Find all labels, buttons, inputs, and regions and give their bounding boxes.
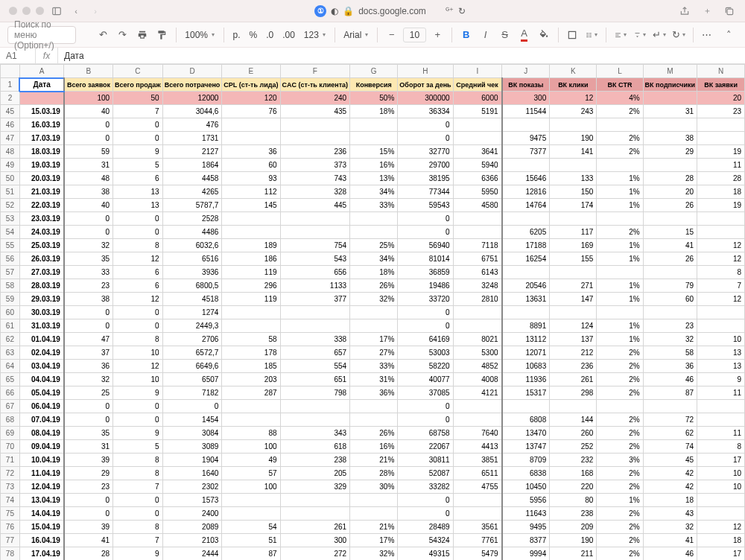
cell[interactable]: 27% xyxy=(350,346,398,360)
cell[interactable]: 236 xyxy=(550,360,597,373)
cell-date[interactable]: 18.03.19 xyxy=(19,145,64,159)
translate-icon[interactable]: ᴳ⁺ xyxy=(446,6,454,16)
cell[interactable]: 18% xyxy=(350,105,398,118)
header-F[interactable]: CAC (ст-ть клиента) xyxy=(280,78,350,92)
cell[interactable]: 4755 xyxy=(453,480,501,494)
cell[interactable]: 2% xyxy=(597,467,643,480)
cell[interactable] xyxy=(550,212,597,226)
cell[interactable]: 13% xyxy=(350,172,398,185)
cell[interactable]: 58 xyxy=(222,333,280,346)
cell[interactable]: 8891 xyxy=(502,319,550,333)
cell[interactable]: 56940 xyxy=(398,239,453,252)
cell[interactable]: 0 xyxy=(398,306,453,319)
cell[interactable]: 2103 xyxy=(162,534,222,547)
row-head-46[interactable]: 46 xyxy=(1,118,20,132)
row-head-2[interactable]: 2 xyxy=(1,92,20,105)
italic-button[interactable]: I xyxy=(478,26,494,44)
expand-up-icon[interactable]: ˄ xyxy=(721,26,738,44)
cell[interactable]: 81014 xyxy=(398,252,453,266)
cell[interactable]: 18% xyxy=(350,266,398,279)
header-K[interactable]: ВК клики xyxy=(550,78,597,92)
cell[interactable]: 1454 xyxy=(162,413,222,427)
row-head-69[interactable]: 69 xyxy=(1,427,20,440)
cell[interactable] xyxy=(597,159,643,172)
cell[interactable]: 3248 xyxy=(453,279,501,293)
zoom-select[interactable]: 100% xyxy=(182,30,218,40)
cell[interactable]: 36 xyxy=(222,145,280,159)
cell[interactable] xyxy=(280,319,350,333)
cell[interactable]: 6800,5 xyxy=(162,279,222,293)
cell[interactable]: 2% xyxy=(597,427,643,440)
cell[interactable]: 4265 xyxy=(162,185,222,199)
cell[interactable]: 9 xyxy=(113,547,163,561)
cell[interactable]: 1% xyxy=(597,319,643,333)
cell[interactable]: 25% xyxy=(350,239,398,252)
cell[interactable] xyxy=(222,226,280,239)
cell[interactable]: 112 xyxy=(222,185,280,199)
cell[interactable]: 12 xyxy=(697,239,745,252)
cell[interactable]: 287 xyxy=(222,386,280,400)
row-head-51[interactable]: 51 xyxy=(1,185,20,199)
cell[interactable]: 40 xyxy=(64,105,113,118)
cell[interactable]: 1731 xyxy=(162,132,222,145)
cell[interactable] xyxy=(453,507,501,521)
cell[interactable]: 8021 xyxy=(453,333,501,346)
cell[interactable] xyxy=(350,118,398,132)
cell[interactable] xyxy=(697,306,745,319)
valign-button[interactable] xyxy=(632,26,648,44)
more-button[interactable]: ⋯ xyxy=(699,26,715,44)
cell[interactable]: 145 xyxy=(222,199,280,212)
cell[interactable] xyxy=(280,400,350,413)
cell[interactable] xyxy=(697,507,745,521)
header-I[interactable]: Средний чек xyxy=(453,78,501,92)
cell[interactable]: 38 xyxy=(643,132,697,145)
cell[interactable]: 5479 xyxy=(453,547,501,561)
cell[interactable] xyxy=(597,400,643,413)
cell[interactable]: 211 xyxy=(550,547,597,561)
cell-date[interactable]: 29.03.19 xyxy=(19,293,64,306)
cell[interactable]: 117 xyxy=(550,226,597,239)
cell[interactable]: 7 xyxy=(697,279,745,293)
cell[interactable]: 12 xyxy=(697,521,745,534)
cell[interactable]: 2% xyxy=(597,547,643,561)
cell[interactable]: 6205 xyxy=(502,226,550,239)
cell[interactable] xyxy=(643,400,697,413)
cell[interactable]: 7 xyxy=(113,534,163,547)
cell[interactable]: 8 xyxy=(113,333,163,346)
reload-icon[interactable]: ↻ xyxy=(458,6,466,16)
cell[interactable]: 9 xyxy=(113,427,163,440)
cell[interactable]: 62 xyxy=(643,427,697,440)
cell[interactable]: 60 xyxy=(222,159,280,172)
cell[interactable]: 137 xyxy=(550,333,597,346)
cell[interactable]: 15646 xyxy=(502,172,550,185)
cell[interactable]: 23 xyxy=(643,319,697,333)
row-head-48[interactable]: 48 xyxy=(1,145,20,159)
cell[interactable]: 12 xyxy=(113,293,163,306)
cell[interactable] xyxy=(597,266,643,279)
cell-date[interactable]: 09.04.19 xyxy=(19,440,64,454)
cell[interactable]: 6507 xyxy=(162,373,222,386)
cell[interactable]: 1% xyxy=(597,252,643,266)
cell[interactable] xyxy=(222,306,280,319)
cell[interactable]: 11643 xyxy=(502,507,550,521)
cell[interactable]: 18 xyxy=(697,534,745,547)
cell[interactable]: 0 xyxy=(113,212,163,226)
cell[interactable]: 168 xyxy=(550,467,597,480)
row-head-50[interactable]: 50 xyxy=(1,172,20,185)
cell[interactable] xyxy=(597,306,643,319)
target-L[interactable]: 4% xyxy=(597,92,643,105)
strike-button[interactable]: S xyxy=(497,26,513,44)
cell[interactable]: 6511 xyxy=(453,467,501,480)
cell-date[interactable]: 22.03.19 xyxy=(19,199,64,212)
cell[interactable]: 10 xyxy=(113,373,163,386)
cell-date[interactable]: 26.03.19 xyxy=(19,252,64,266)
cell[interactable]: 13112 xyxy=(502,333,550,346)
cell[interactable]: 190 xyxy=(550,132,597,145)
cell[interactable]: 0 xyxy=(113,306,163,319)
cell[interactable]: 28489 xyxy=(398,521,453,534)
cell[interactable]: 232 xyxy=(550,454,597,467)
target-E[interactable]: 120 xyxy=(222,92,280,105)
cell[interactable] xyxy=(280,306,350,319)
cell-date[interactable]: 15.03.19 xyxy=(19,105,64,118)
cell[interactable]: 13747 xyxy=(502,440,550,454)
